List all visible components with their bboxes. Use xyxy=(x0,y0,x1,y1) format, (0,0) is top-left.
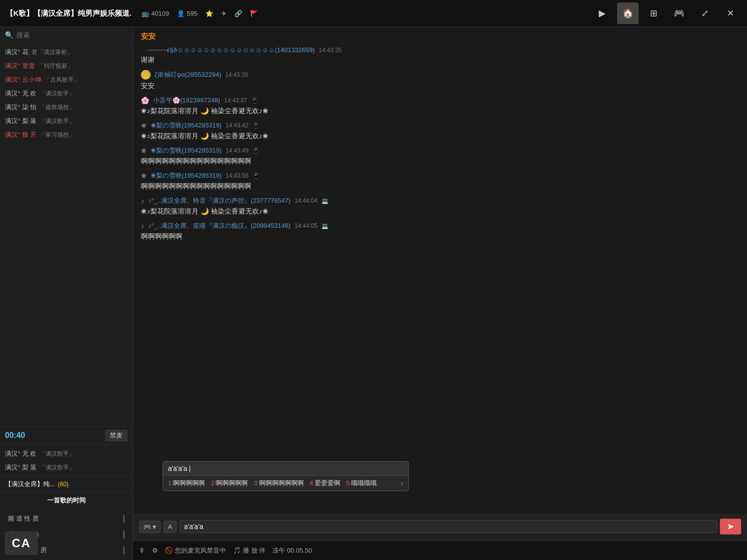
message-content: 啊啊啊啊啊啊啊啊啊啊啊啊啊啊啊啊 xyxy=(141,156,739,166)
message-username[interactable]: 小言午🌸(1923997248) xyxy=(153,96,220,105)
sidebar-user-item[interactable]: 满汉° 壹壹「抖厅投新」 xyxy=(0,59,132,73)
autocomplete-next-arrow[interactable]: › xyxy=(401,479,403,488)
suggestion-number: 4 xyxy=(310,479,313,487)
suggestion-text: 啊啊啊啊啊 xyxy=(173,479,205,487)
autocomplete-suggestion[interactable]: 5哦哦哦哦 xyxy=(346,479,377,488)
nav-divider xyxy=(123,515,125,523)
emoji-button[interactable]: 🎮 ▾ xyxy=(139,521,161,533)
message-meta: ❀ ❀梨の雪映(1954285319) 14:43:42 📱 xyxy=(141,121,739,130)
message-content: ❀♪梨花院落溶溶月 🌙 袖染尘香避无欢♪❀ xyxy=(141,131,739,141)
sidebar-user-role: 「满汉歌手」 xyxy=(39,450,75,458)
plane-icon: ✈ xyxy=(221,10,227,17)
note-icon: ♪ xyxy=(141,197,144,205)
system-message: 安安 xyxy=(141,32,739,41)
suggestion-number: 5 xyxy=(346,479,350,487)
mute-icon: 🚫 xyxy=(165,547,173,554)
room-center-title: 一首歌的时间 xyxy=(0,492,132,509)
room-name: 【满汉全席】纯... xyxy=(5,480,55,489)
message-username[interactable]: ζ依袖叮ψα(285532294) xyxy=(155,70,221,79)
font-button[interactable]: A xyxy=(163,521,177,533)
mic-button[interactable]: 🎙 xyxy=(139,547,145,554)
music-button[interactable]: 🎵 播 放 伴 xyxy=(233,546,265,555)
sidebar-user-item[interactable]: 满汉° 无 欢「满汉歌手」 xyxy=(0,87,132,100)
time-text: 冻午 00.05.50 xyxy=(272,546,312,555)
cursor xyxy=(190,466,190,472)
close-button[interactable]: ✕ xyxy=(719,2,741,24)
message-username[interactable]: ·~~~~~ε§ð☺☺☺☺☺☺☺☺☺☺☺☺☺☺☺(1401332659) xyxy=(146,46,315,54)
message-username[interactable]: ❀梨の雪映(1954285319) xyxy=(151,121,222,130)
autocomplete-suggestion[interactable]: 2啊啊啊啊啊 xyxy=(211,479,248,488)
chat-message: 🌸 小言午🌸(1923997248) 14:43:37 📱 ❀♪梨花院落溶溶月 … xyxy=(141,96,739,116)
message-timestamp: 14:43:56 xyxy=(226,172,249,179)
user-list2: 满汉° 无 欢「满汉歌手」满汉° 梨 落「满汉歌手」 xyxy=(0,445,132,476)
video-button[interactable]: ▶ xyxy=(591,2,613,24)
chat-message: ❀ ❀梨の雪映(1954285319) 14:43:49 📱 啊啊啊啊啊啊啊啊啊… xyxy=(141,146,739,166)
sidebar-user-item[interactable]: 满汉° 无 欢「满汉歌手」 xyxy=(0,447,132,461)
room-count: (60) xyxy=(58,481,68,488)
chat-area: 安安 · ·~~~~~ε§ð☺☺☺☺☺☺☺☺☺☺☺☺☺☺☺(1401332659… xyxy=(133,27,747,560)
view-icon: 📺 xyxy=(141,10,149,17)
gamepad-button[interactable]: 🎮 xyxy=(668,2,690,24)
user-count-item: 👤 595 xyxy=(177,10,197,17)
sidebar-user-item[interactable]: 满汉° 狼 开「审习场控」 xyxy=(0,128,132,142)
sidebar-nav-item[interactable]: 频 道 性 质 xyxy=(0,511,132,527)
grid-button[interactable]: ⊞ xyxy=(643,2,664,24)
message-timestamp: 14:43:35 xyxy=(319,47,342,54)
channel-title: 【K歌】【满汉全席】纯男声娱乐频道. xyxy=(6,9,131,18)
sidebar-username: 满汉° 柒 怡 xyxy=(5,103,36,112)
message-meta: ♪ ♪°_..满汉全席、笙瞳『满汉の痴汉』(2099453146) 14:44:… xyxy=(141,221,739,230)
chat-message: ❀ ❀梨の雪映(1954285319) 14:43:56 📱 啊啊啊啊啊啊啊啊啊… xyxy=(141,171,739,191)
font-label: A xyxy=(168,523,172,530)
user-list: 满汉° 花君「满汉掌柜」满汉° 壹壹「抖厅投新」满汉° 云小坤「古风歌手」满汉°… xyxy=(0,43,132,426)
input-area: a'a'a'a 1啊啊啊啊啊2啊啊啊啊啊3啊啊啊啊啊啊啊4爱爱爱啊5哦哦哦哦› … xyxy=(133,514,747,540)
message-meta: ❀ ❀梨の雪映(1954285319) 14:43:56 📱 xyxy=(141,171,739,180)
message-meta: ♪ ♪°_..满汉全席、聆音『满汉の声控』(2377776547) 14:44:… xyxy=(141,196,739,205)
send-button[interactable]: ➤ xyxy=(720,519,741,534)
expand-button[interactable]: ⤢ xyxy=(694,2,715,24)
sidebar-user-item[interactable]: 满汉° 花君「满汉掌柜」 xyxy=(0,45,132,59)
message-username[interactable]: ♪°_..满汉全席、笙瞳『满汉の痴汉』(2099453146) xyxy=(148,221,291,230)
note-icon: ♪ xyxy=(141,222,144,230)
home-button[interactable]: 🏠 xyxy=(617,2,639,24)
autocomplete-dropdown: a'a'a'a 1啊啊啊啊啊2啊啊啊啊啊3啊啊啊啊啊啊啊4爱爱爱啊5哦哦哦哦› xyxy=(162,461,409,491)
sidebar-username: 满汉° 无 欢 xyxy=(5,89,36,98)
star-icon: ⭐ xyxy=(205,10,213,17)
input-toolbar: 🎮 ▾ A ➤ xyxy=(139,519,741,534)
message-username[interactable]: ❀梨の雪映(1954285319) xyxy=(151,171,222,180)
device-icon: 📱 xyxy=(253,148,260,154)
search-bar: 🔍 xyxy=(0,27,132,43)
sidebar-username: 满汉° 云小坤 xyxy=(5,75,41,84)
playback-label: 播 放 伴 xyxy=(243,546,265,555)
message-username[interactable]: ❀梨の雪映(1954285319) xyxy=(151,146,222,155)
sidebar-user-item[interactable]: 满汉° 梨 落「满汉歌手」 xyxy=(0,114,132,128)
device-icon: 📱 xyxy=(253,123,260,129)
mute-mic-button[interactable]: 🚫 您的麦克风禁音中 xyxy=(165,546,226,555)
bottom-bar: 🎙 ⚙ 🚫 您的麦克风禁音中 🎵 播 放 伴 冻午 00.05.50 xyxy=(133,540,747,560)
user-icon: 👤 xyxy=(177,10,185,17)
sidebar-user-item[interactable]: 满汉° 梨 落「满汉歌手」 xyxy=(0,461,132,474)
message-meta: 👑 ζ依袖叮ψα(285532294) 14:43:35 xyxy=(141,70,739,80)
share-icon: 🔗 xyxy=(234,10,242,17)
star-icon: 🌸 xyxy=(141,96,149,104)
flag-icon: 🚩 xyxy=(250,10,258,17)
time-display: 冻午 00.05.50 xyxy=(272,546,312,555)
settings-button[interactable]: ⚙ xyxy=(152,547,158,554)
sidebar-user-role: 「抖厅投新」 xyxy=(38,62,73,70)
sidebar-user-item[interactable]: 满汉° 柒 怡「值班场控」 xyxy=(0,100,132,114)
autocomplete-suggestion[interactable]: 4爱爱爱啊 xyxy=(310,479,340,488)
text-input-container xyxy=(180,520,717,533)
sidebar-username: 满汉° 花 xyxy=(5,48,29,57)
sidebar-user-item[interactable]: 满汉° 云小坤「古风歌手」 xyxy=(0,73,132,87)
autocomplete-suggestion[interactable]: 3啊啊啊啊啊啊啊 xyxy=(254,479,303,488)
autocomplete-suggestion[interactable]: 1啊啊啊啊啊 xyxy=(168,479,205,488)
stats-area: 📺 40109 👤 595 ⭐ ✈ 🔗 🚩 xyxy=(141,10,258,17)
message-content: 谢谢 xyxy=(141,55,739,65)
device-icon: 📱 xyxy=(251,97,258,104)
crown-icon: 👑 xyxy=(141,70,151,80)
chat-input[interactable] xyxy=(184,523,713,530)
search-input[interactable] xyxy=(16,31,128,39)
mute-button[interactable]: 禁麦 xyxy=(105,430,128,441)
message-username[interactable]: ♪°_..满汉全席、聆音『满汉の声控』(2377776547) xyxy=(148,196,291,205)
sidebar-username: 满汉° 狼 开 xyxy=(5,130,36,139)
suggestion-text: 爱爱爱啊 xyxy=(315,479,340,487)
